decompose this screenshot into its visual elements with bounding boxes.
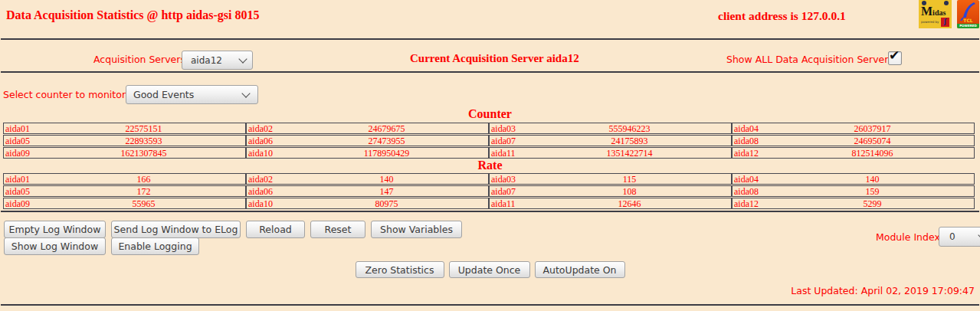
stat-cell-aida07: aida07108 [489, 185, 732, 197]
stat-value: 140 [285, 175, 488, 184]
log-buttons-row-1: Empty Log Window Send Log Window to ELog… [4, 221, 462, 238]
midas-powered-by-icon: ʃ [941, 18, 949, 27]
acquisition-servers-label: Acquisition Servers [93, 54, 185, 65]
stat-value: 24695074 [771, 136, 974, 146]
stat-cell-aida07: aida0724175893 [489, 135, 732, 146]
stat-value: 1178950429 [285, 149, 488, 158]
send-log-to-elog-button[interactable]: Send Log Window to ELog [111, 221, 241, 238]
table-row: aida0955965aida1080975aida1112646aida125… [3, 198, 975, 209]
stat-value: 108 [528, 187, 731, 196]
stat-cell-aida10: aida1080975 [246, 198, 489, 209]
reset-button[interactable]: Reset [310, 221, 365, 238]
server-name: aida02 [247, 124, 285, 133]
server-name: aida10 [247, 149, 285, 158]
server-name: aida12 [733, 149, 771, 158]
stat-value: 812514096 [771, 149, 974, 158]
show-all-servers-label: Show ALL Data Acquisition Servers? [726, 54, 899, 65]
tcl-logo-text: TCL [957, 18, 979, 23]
server-name: aida03 [490, 124, 528, 133]
divider [1, 211, 979, 212]
server-name: aida09 [4, 199, 42, 208]
rate-table: aida01166aida02140aida03115aida04140aida… [3, 173, 975, 209]
server-name: aida01 [4, 124, 42, 133]
server-name: aida05 [4, 136, 42, 146]
stat-value: 27473955 [285, 136, 488, 146]
log-buttons-row-2: Show Log Window Enable Logging [4, 237, 199, 255]
stat-value: 1621307845 [42, 149, 245, 158]
module-index-selected-value: 0 [949, 231, 955, 242]
server-name: aida08 [733, 187, 771, 196]
table-row: aida01166aida02140aida03115aida04140 [3, 173, 975, 185]
daq-statistics-page: Data Acquisition Statistics @ http aidas… [0, 0, 980, 311]
stat-value: 147 [285, 187, 488, 196]
update-once-button[interactable]: Update Once [449, 261, 530, 278]
stat-cell-aida08: aida08159 [732, 185, 975, 197]
stat-cell-aida02: aida0224679675 [246, 123, 489, 134]
stat-cell-aida02: aida02140 [246, 173, 489, 185]
counter-selected-value: Good Events [133, 89, 194, 100]
show-variables-button[interactable]: Show Variables [371, 221, 462, 238]
enable-logging-button[interactable]: Enable Logging [111, 237, 199, 255]
page-title: Data Acquisition Statistics @ http aidas… [6, 8, 259, 22]
stat-value: 555946223 [528, 124, 731, 133]
counter-select[interactable]: Good Events [126, 85, 258, 104]
server-name: aida12 [733, 199, 771, 208]
server-name: aida09 [4, 149, 42, 158]
stat-value: 80975 [285, 199, 488, 208]
show-all-checkbox[interactable]: ✔ [888, 51, 902, 65]
stat-value: 172 [42, 187, 245, 196]
table-row: aida0122575151aida0224679675aida03555946… [3, 123, 975, 134]
stat-value: 5299 [771, 199, 974, 208]
stat-cell-aida11: aida1112646 [489, 198, 732, 209]
divider [1, 38, 979, 40]
midas-powered-by-text: powered by [921, 20, 939, 24]
checkmark-icon: ✔ [889, 47, 900, 63]
table-row: aida05172aida06147aida07108aida08159 [3, 185, 975, 197]
counter-heading: Counter [0, 107, 980, 120]
acquisition-server-select[interactable]: aida12 [182, 51, 253, 70]
current-server-text: Current Acquisition Server aida12 [410, 52, 579, 65]
select-counter-label: Select counter to monitor [3, 89, 126, 100]
server-name: aida06 [247, 187, 285, 196]
module-index-label: Module Index [876, 231, 940, 243]
stat-cell-aida10: aida101178950429 [246, 147, 489, 159]
chevron-down-icon [241, 89, 250, 97]
stat-cell-aida06: aida0627473955 [246, 135, 489, 146]
tcl-powered-badge: POWERED [957, 24, 979, 28]
server-name: aida10 [247, 199, 285, 208]
module-index-select[interactable]: 0 [939, 227, 980, 247]
stat-value: 22893593 [42, 136, 245, 146]
stat-cell-aida12: aida12812514096 [732, 147, 975, 159]
acquisition-server-selected-value: aida12 [191, 55, 222, 66]
stat-value: 24679675 [285, 124, 488, 133]
divider [1, 304, 979, 306]
stat-cell-aida01: aida01166 [3, 173, 246, 185]
table-row: aida0522893593aida0627473955aida07241758… [3, 135, 975, 146]
stat-value: 115 [528, 175, 731, 184]
show-log-window-button[interactable]: Show Log Window [4, 237, 106, 255]
server-name: aida04 [733, 175, 771, 184]
zero-statistics-button[interactable]: Zero Statistics [356, 261, 444, 278]
server-name: aida02 [247, 175, 285, 184]
stat-value: 159 [771, 187, 974, 196]
autoupdate-on-button[interactable]: AutoUpdate On [535, 261, 625, 278]
stat-value: 166 [42, 175, 245, 184]
stat-value: 140 [771, 175, 974, 184]
stat-value: 1351422714 [528, 149, 731, 158]
stat-value: 12646 [528, 199, 731, 208]
chevron-down-icon [238, 54, 247, 63]
server-name: aida07 [490, 187, 528, 196]
server-name: aida03 [490, 175, 528, 184]
reload-button[interactable]: Reload [246, 221, 305, 238]
stat-cell-aida11: aida111351422714 [489, 147, 732, 159]
stat-cell-aida03: aida03555946223 [489, 123, 732, 134]
empty-log-window-button[interactable]: Empty Log Window [4, 221, 106, 238]
stat-cell-aida06: aida06147 [246, 185, 489, 197]
stat-value: 22575151 [42, 124, 245, 133]
server-name: aida11 [490, 149, 528, 158]
server-name: aida07 [490, 136, 528, 146]
server-name: aida11 [490, 199, 528, 208]
stat-cell-aida09: aida091621307845 [3, 147, 246, 159]
stat-cell-aida04: aida0426037917 [732, 123, 975, 134]
stat-cell-aida12: aida125299 [732, 198, 975, 209]
